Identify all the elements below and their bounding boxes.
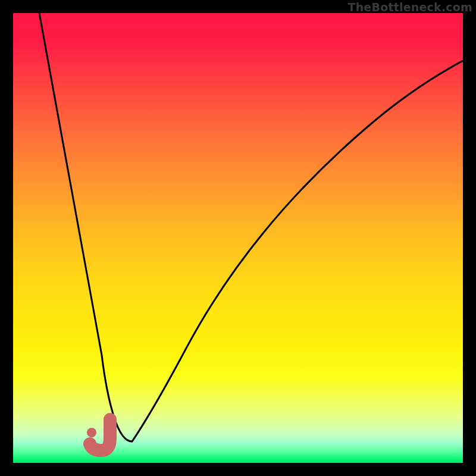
watermark-text: TheBottleneck.com [347,1,472,14]
bg-gradient-bottom [13,376,463,463]
chart-frame: TheBottleneck.com [0,0,476,476]
plot-area [13,13,463,463]
bg-gradient-top [13,13,463,376]
